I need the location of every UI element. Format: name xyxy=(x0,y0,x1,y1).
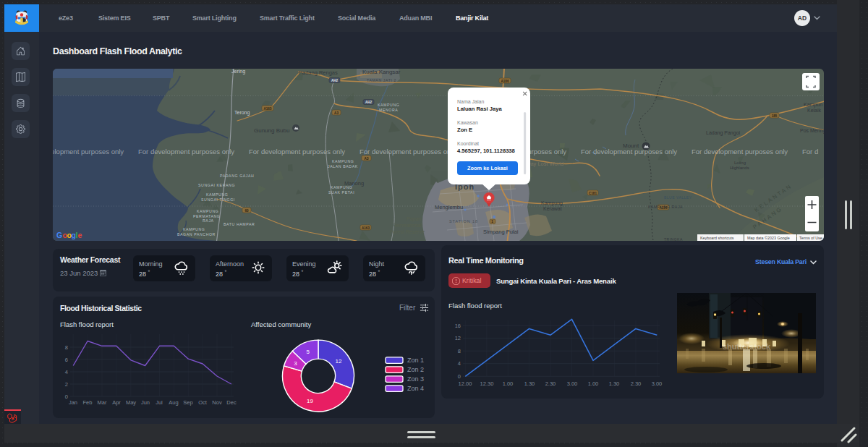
svg-text:Map data ©2023 Google: Map data ©2023 Google xyxy=(747,236,790,240)
svg-text:Loiing: Loiing xyxy=(734,161,746,165)
svg-text:1.00: 1.00 xyxy=(503,380,514,387)
svg-text:185: 185 xyxy=(772,114,778,118)
svg-text:KAMPUNG: KAMPUNG xyxy=(332,159,354,163)
svg-text:BATU HAMPAR: BATU HAMPAR xyxy=(224,222,255,226)
svg-text:0: 0 xyxy=(65,393,68,400)
svg-text:KAMPUNG: KAMPUNG xyxy=(206,192,228,197)
svg-text:12.00: 12.00 xyxy=(459,380,472,387)
svg-text:G: G xyxy=(56,231,62,239)
svg-text:C181: C181 xyxy=(589,192,597,195)
svg-text:SUNGAI KERANG: SUNGAI KERANG xyxy=(198,183,235,187)
svg-text:Recreational: Recreational xyxy=(393,223,422,228)
svg-text:Jul: Jul xyxy=(156,399,163,406)
svg-text:way Lost World: way Lost World xyxy=(526,161,563,167)
svg-text:PERMATANG: PERMATANG xyxy=(193,214,221,218)
svg-text:SUAK PETAI: SUAK PETAI xyxy=(328,190,354,195)
svg-text:STATION 18: STATION 18 xyxy=(449,219,478,224)
svg-text:Padang Rengas: Padang Rengas xyxy=(299,69,338,76)
svg-text:2.30: 2.30 xyxy=(631,380,642,387)
svg-text:For development purposes only: For development purposes only xyxy=(249,148,345,156)
svg-text:3.00: 3.00 xyxy=(652,380,663,387)
svg-text:8: 8 xyxy=(65,344,68,351)
svg-text:A165: A165 xyxy=(264,107,272,111)
svg-text:May: May xyxy=(126,399,136,406)
svg-text:Nama Jalan: Nama Jalan xyxy=(457,99,484,104)
svg-text:Keyboard shortcuts: Keyboard shortcuts xyxy=(700,236,734,240)
svg-text:3.00: 3.00 xyxy=(567,380,578,387)
svg-text:Zon 3: Zon 3 xyxy=(407,375,424,383)
svg-text:A3: A3 xyxy=(365,157,369,161)
svg-text:Kuala Kangsar: Kuala Kangsar xyxy=(362,69,401,75)
svg-text:8: 8 xyxy=(458,348,461,354)
svg-text:Zon E: Zon E xyxy=(457,127,472,133)
svg-text:KAMPUNG RAJA: KAMPUNG RAJA xyxy=(648,205,683,209)
svg-text:A163: A163 xyxy=(362,226,370,230)
svg-text:Dec: Dec xyxy=(226,399,237,406)
svg-text:0: 0 xyxy=(458,373,461,380)
svg-text:Pos Mering: Pos Mering xyxy=(800,128,824,134)
svg-text:Menglembu: Menglembu xyxy=(435,204,463,210)
svg-text:KAMPUNG: KAMPUNG xyxy=(378,103,399,107)
svg-text:Kerawat: Kerawat xyxy=(543,206,562,211)
svg-text:Terms of Use: Terms of Use xyxy=(799,236,822,240)
svg-text:4.565297, 101.1128338: 4.565297, 101.1128338 xyxy=(457,148,515,154)
svg-text:AH2: AH2 xyxy=(331,79,339,82)
svg-text:Kampung: Kampung xyxy=(541,200,563,206)
svg-text:For d: For d xyxy=(802,148,818,156)
svg-text:Zon 4: Zon 4 xyxy=(407,385,424,392)
svg-text:Jan: Jan xyxy=(69,399,77,406)
svg-text:4: 4 xyxy=(458,360,461,367)
svg-text:Highlands: Highlands xyxy=(730,166,749,170)
svg-text:shutterstock: shutterstock xyxy=(723,342,771,351)
svg-text:1.30: 1.30 xyxy=(609,380,620,387)
svg-text:JALAN BADAK: JALAN BADAK xyxy=(328,164,358,169)
svg-text:BAGAN PANCHOR: BAGAN PANCHOR xyxy=(177,232,216,237)
svg-text:Koordinat: Koordinat xyxy=(457,141,479,146)
svg-text:Jering: Jering xyxy=(231,69,245,74)
svg-text:For development purposes only: For development purposes only xyxy=(359,148,456,156)
svg-text:12.30: 12.30 xyxy=(480,380,494,387)
svg-text:19: 19 xyxy=(307,398,313,404)
svg-text:12: 12 xyxy=(455,335,461,341)
svg-text:A3: A3 xyxy=(334,111,339,115)
svg-text:5: 5 xyxy=(306,349,310,355)
svg-text:Simpang Pulai: Simpang Pulai xyxy=(483,229,519,235)
svg-text:Zon 2: Zon 2 xyxy=(407,366,424,373)
svg-text:RAJA: RAJA xyxy=(203,218,214,223)
svg-text:Ladang Pangoi: Ladang Pangoi xyxy=(706,130,741,136)
svg-text:Gunung Bubu: Gunung Bubu xyxy=(254,127,289,134)
svg-text:TAMAN JATI 2: TAMAN JATI 2 xyxy=(367,78,396,82)
svg-text:For development purposes only: For development purposes only xyxy=(53,148,124,156)
svg-text:1: 1 xyxy=(491,220,493,224)
svg-text:2.30: 2.30 xyxy=(545,380,556,387)
svg-text:Kampun: Kampun xyxy=(804,102,822,108)
svg-text:Oct: Oct xyxy=(198,399,208,406)
svg-text:1.00: 1.00 xyxy=(588,380,599,387)
svg-text:Laluan Rasi Jaya: Laluan Rasi Jaya xyxy=(457,106,502,112)
svg-text:SUNGAI TINGGI: SUNGAI TINGGI xyxy=(201,197,235,202)
svg-text:16: 16 xyxy=(455,323,461,329)
svg-text:BLUE VALLEY: BLUE VALLEY xyxy=(664,195,692,200)
svg-text:3: 3 xyxy=(294,360,297,367)
svg-text:60: 60 xyxy=(244,209,249,213)
svg-text:Kelaik: Kelaik xyxy=(807,108,822,113)
svg-text:Feb: Feb xyxy=(83,399,93,406)
svg-text:2: 2 xyxy=(65,381,68,388)
svg-text:Nov: Nov xyxy=(212,399,222,406)
svg-text:For development purposes only: For development purposes only xyxy=(138,148,234,156)
svg-text:4: 4 xyxy=(65,369,68,375)
svg-text:A186: A186 xyxy=(501,80,509,83)
svg-text:Kawasan: Kawasan xyxy=(457,120,478,125)
svg-text:Apr: Apr xyxy=(112,399,121,406)
svg-text:Jun: Jun xyxy=(141,399,150,406)
svg-text:12: 12 xyxy=(336,358,342,365)
svg-text:Zoom ke Lokasi: Zoom ke Lokasi xyxy=(467,165,508,171)
svg-text:For development purposes only: For development purposes only xyxy=(692,148,788,156)
svg-text:Forest Reserve: Forest Reserve xyxy=(390,229,425,234)
svg-text:Sep: Sep xyxy=(183,399,192,406)
svg-text:Zon 1: Zon 1 xyxy=(407,357,424,364)
svg-text:Aug: Aug xyxy=(169,399,178,406)
svg-text:KAMPUNG: KAMPUNG xyxy=(197,209,218,213)
svg-text:TRINGKA: TRINGKA xyxy=(664,237,683,241)
svg-text:Mar: Mar xyxy=(98,399,107,406)
